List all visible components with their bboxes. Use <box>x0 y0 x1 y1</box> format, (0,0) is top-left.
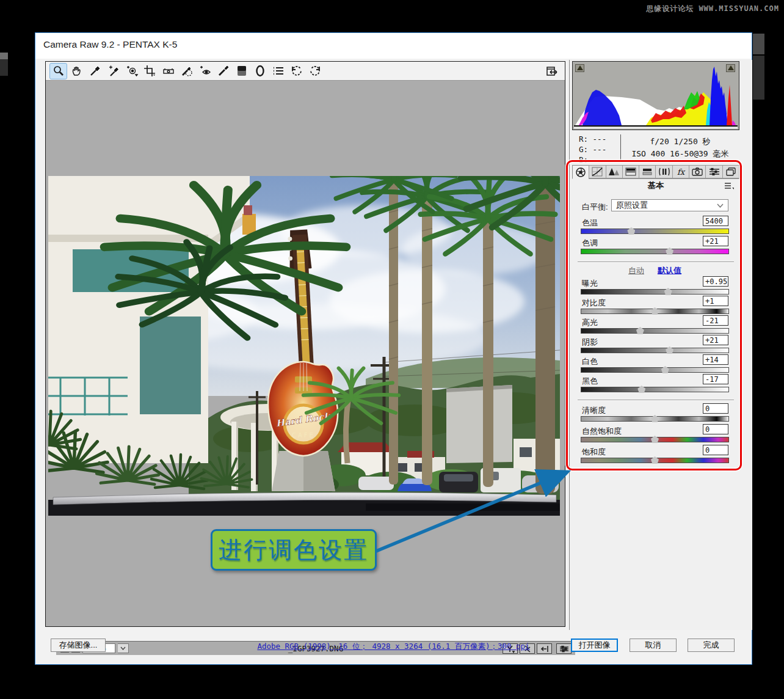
guitar-text-cafe: CAFE <box>292 432 315 439</box>
slider-clarity: 清晰度 0 <box>581 405 729 423</box>
open-image-button[interactable]: 打开图像 <box>571 639 618 652</box>
spot-removal-icon[interactable] <box>178 64 195 79</box>
slider-whites: 白色 +14 <box>581 356 729 375</box>
exposure-label: 曝光 <box>582 278 598 289</box>
auto-default-links: 自动默认值 <box>581 265 729 276</box>
rotate-right-icon[interactable] <box>307 64 323 79</box>
tab-tone-curve[interactable] <box>589 165 605 178</box>
saturation-thumb[interactable] <box>651 456 659 464</box>
contrast-value[interactable]: +1 <box>703 296 728 306</box>
contrast-track[interactable] <box>581 309 729 314</box>
hand-tool-icon[interactable] <box>68 64 85 79</box>
adjustment-tabs: fx <box>572 165 739 179</box>
panel-title: 基本 <box>572 180 739 191</box>
tab-lens-corrections[interactable] <box>655 165 672 178</box>
contrast-thumb[interactable] <box>651 307 659 315</box>
auto-link[interactable]: 自动 <box>628 266 644 275</box>
slider-temperature: 色温 5400 <box>581 218 729 236</box>
shadow-clipping-toggle[interactable] <box>575 64 584 72</box>
targeted-adjustment-icon[interactable] <box>123 64 140 79</box>
highlights-value[interactable]: -21 <box>703 315 728 326</box>
highlights-track[interactable] <box>581 328 729 334</box>
tab-basic[interactable] <box>572 165 589 179</box>
tint-thumb[interactable] <box>666 247 673 255</box>
slider-contrast: 对比度 +1 <box>581 298 729 316</box>
tab-effects[interactable]: fx <box>672 165 689 178</box>
workflow-options-link[interactable]: Adobe RGB (1998)；16 位； 4928 x 3264 (16.1… <box>257 642 529 651</box>
background-window-fragment <box>0 59 8 76</box>
red-eye-removal-icon[interactable] <box>197 64 213 79</box>
tab-split-toning[interactable] <box>639 165 655 178</box>
adjustment-brush-icon[interactable] <box>215 64 231 79</box>
color-sampler-icon[interactable] <box>105 64 122 79</box>
vibrance-thumb[interactable] <box>651 436 659 443</box>
saturation-value[interactable]: 0 <box>703 445 728 455</box>
blacks-track[interactable] <box>581 387 729 392</box>
whites-track[interactable] <box>581 367 729 373</box>
saturation-track[interactable] <box>581 458 729 463</box>
blacks-thumb[interactable] <box>637 386 645 393</box>
clarity-value[interactable]: 0 <box>703 403 728 414</box>
vibrance-value[interactable]: 0 <box>703 424 728 434</box>
foreground-car-roof <box>48 492 560 516</box>
blacks-value[interactable]: -17 <box>703 374 728 384</box>
slider-shadows: 阴影 +21 <box>581 337 729 355</box>
tab-hsl-grayscale[interactable] <box>622 165 639 178</box>
background-window-fragment <box>0 53 8 59</box>
clarity-track[interactable] <box>581 416 729 422</box>
aperture-shutter-label: f/20 1/250 秒 <box>622 136 739 148</box>
radial-filter-icon[interactable] <box>252 64 268 79</box>
zoom-tool-icon[interactable] <box>50 64 67 79</box>
tab-snapshots[interactable] <box>722 165 739 178</box>
cancel-button[interactable]: 取消 <box>630 639 677 652</box>
shadows-value[interactable]: +21 <box>703 335 728 345</box>
exposure-value[interactable]: +0.95 <box>703 276 728 287</box>
slider-tint: 色调 +21 <box>581 238 729 256</box>
histogram <box>572 61 739 130</box>
iso-focal-label: ISO 400 16-50@39 毫米 <box>622 148 739 160</box>
white-balance-value: 原照设置 <box>616 200 648 211</box>
rotate-left-icon[interactable] <box>288 64 305 79</box>
highlights-label: 高光 <box>582 317 598 328</box>
shadows-thumb[interactable] <box>666 346 673 354</box>
white-balance-eyedropper-icon[interactable] <box>87 64 103 79</box>
highlight-clipping-icon <box>728 65 734 70</box>
crop-tool-icon[interactable] <box>142 64 158 79</box>
tint-label: 色调 <box>582 238 598 249</box>
whites-thumb[interactable] <box>661 366 669 373</box>
red-readout: R: --- <box>579 134 606 144</box>
vibrance-track[interactable] <box>581 437 729 442</box>
title-bar[interactable]: Camera Raw 9.2 - PENTAX K-5 <box>35 33 752 59</box>
white-balance-select[interactable]: 原照设置 <box>611 199 728 211</box>
temperature-value[interactable]: 5400 <box>703 216 728 226</box>
white-balance-label: 白平衡: <box>582 202 608 213</box>
tint-value[interactable]: +21 <box>703 236 728 246</box>
whites-value[interactable]: +14 <box>703 354 728 365</box>
tint-track[interactable] <box>581 249 729 254</box>
toggle-fullscreen-icon[interactable] <box>545 64 559 78</box>
divider <box>578 262 734 263</box>
preset-list-icon[interactable] <box>270 64 286 79</box>
straighten-tool-icon[interactable] <box>160 64 176 79</box>
slider-blacks: 黑色 -17 <box>581 376 729 394</box>
done-button[interactable]: 完成 <box>688 639 735 652</box>
tab-detail[interactable] <box>606 165 622 178</box>
clarity-thumb[interactable] <box>651 415 659 422</box>
default-link[interactable]: 默认值 <box>658 266 681 275</box>
site-watermark: 思缘设计论坛 WWW.MISSYUAN.COM <box>646 4 779 14</box>
temperature-track[interactable] <box>581 229 729 234</box>
tab-presets[interactable] <box>705 165 722 178</box>
exposure-track[interactable] <box>581 289 729 295</box>
photo-preview[interactable]: Hard Rock CAFE <box>48 176 560 516</box>
annotation-callout: 进行调色设置 <box>211 529 377 571</box>
highlight-clipping-toggle[interactable] <box>726 64 735 72</box>
temperature-thumb[interactable] <box>627 227 635 235</box>
graduated-filter-icon[interactable] <box>233 64 250 79</box>
contrast-label: 对比度 <box>582 298 606 309</box>
background-window-fragment <box>753 56 764 100</box>
shadows-track[interactable] <box>581 348 729 353</box>
panel-menu-icon[interactable] <box>724 181 735 189</box>
highlights-thumb[interactable] <box>636 327 644 334</box>
exposure-thumb[interactable] <box>664 288 672 295</box>
tab-camera-calibration[interactable] <box>689 165 705 178</box>
